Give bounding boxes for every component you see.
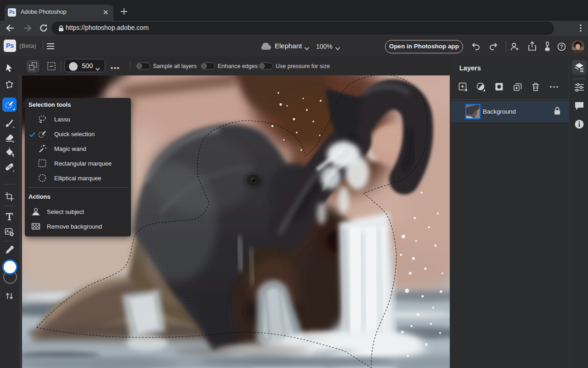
svg-text:?: ? — [560, 44, 563, 49]
